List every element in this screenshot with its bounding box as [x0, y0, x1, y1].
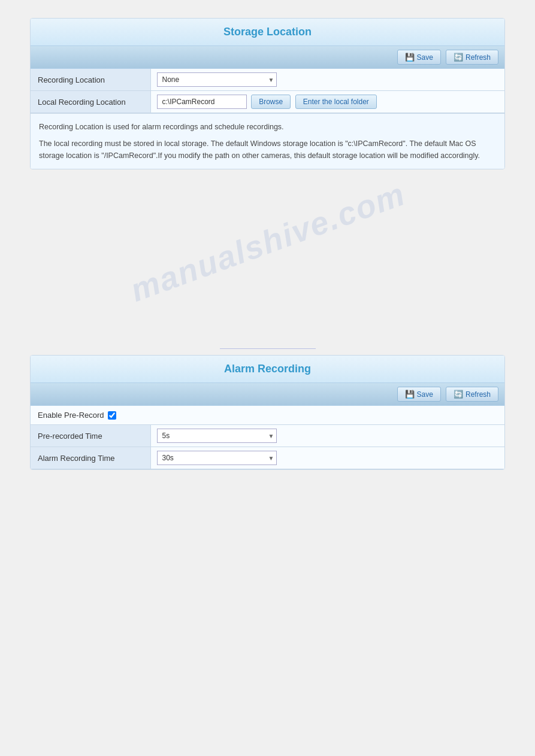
enable-pre-record-checkbox[interactable]: [108, 411, 116, 420]
recording-location-label: Recording Location: [31, 69, 150, 91]
alarm-recording-time-select-wrapper: 10s 15s 20s 25s 30s 60s ▼: [157, 451, 277, 465]
recording-location-select-wrapper: None SD Card FTP ▼: [157, 72, 277, 87]
table-row: Alarm Recording Time 10s 15s 20s 25s 30s…: [31, 447, 504, 469]
table-row: Pre-recorded Time 1s 2s 3s 4s 5s 10s: [31, 425, 504, 447]
local-recording-location-label: Local Recording Location: [31, 91, 150, 113]
local-recording-location-value: Browse Enter the local folder: [150, 91, 504, 113]
save-icon: 💾: [405, 53, 415, 62]
storage-table: Recording Location None SD Card FTP ▼: [31, 69, 504, 113]
storage-info: Recording Location is used for alarm rec…: [31, 113, 504, 169]
alarm-refresh-button[interactable]: 🔄 Refresh: [446, 387, 498, 402]
recording-location-value: None SD Card FTP ▼: [150, 69, 504, 91]
alarm-recording-title: Alarm Recording: [31, 356, 504, 383]
refresh-icon: 🔄: [454, 53, 463, 62]
enable-pre-record-label: Enable Pre-Record: [38, 411, 104, 420]
info-line-1: Recording Location is used for alarm rec…: [39, 121, 496, 133]
table-row: Local Recording Location Browse Enter th…: [31, 91, 504, 113]
enable-pre-record-row: Enable Pre-Record: [31, 406, 504, 425]
table-row: Recording Location None SD Card FTP ▼: [31, 69, 504, 91]
alarm-refresh-icon: 🔄: [454, 390, 463, 399]
alarm-recording-time-label: Alarm Recording Time: [31, 447, 150, 469]
storage-location-card: Storage Location 💾 Save 🔄 Refresh Record…: [30, 18, 505, 169]
pre-recorded-time-value: 1s 2s 3s 4s 5s 10s ▼: [150, 425, 504, 447]
alarm-save-label: Save: [417, 390, 433, 399]
storage-save-button[interactable]: 💾 Save: [397, 50, 441, 65]
alarm-toolbar: 💾 Save 🔄 Refresh: [31, 383, 504, 406]
alarm-recording-card: Alarm Recording 💾 Save 🔄 Refresh Enable …: [30, 355, 505, 470]
local-path-input[interactable]: [157, 95, 247, 109]
recording-location-select[interactable]: None SD Card FTP: [157, 72, 277, 87]
storage-toolbar: 💾 Save 🔄 Refresh: [31, 46, 504, 69]
alarm-refresh-label: Refresh: [466, 390, 491, 399]
storage-refresh-button[interactable]: 🔄 Refresh: [446, 50, 498, 65]
alarm-recording-time-select[interactable]: 10s 15s 20s 25s 30s 60s: [157, 451, 277, 465]
pre-recorded-time-select-wrapper: 1s 2s 3s 4s 5s 10s ▼: [157, 429, 277, 443]
pre-recorded-time-select[interactable]: 1s 2s 3s 4s 5s 10s: [157, 429, 277, 443]
watermark: manualshive.com: [125, 175, 410, 309]
alarm-save-button[interactable]: 💾 Save: [397, 387, 441, 402]
storage-save-label: Save: [417, 53, 433, 62]
enter-local-folder-button[interactable]: Enter the local folder: [295, 95, 377, 109]
alarm-recording-time-value: 10s 15s 20s 25s 30s 60s ▼: [150, 447, 504, 469]
storage-location-title: Storage Location: [31, 19, 504, 46]
alarm-save-icon: 💾: [405, 390, 415, 399]
browse-button[interactable]: Browse: [251, 95, 291, 109]
info-line-2: The local recording must be stored in lo…: [39, 138, 496, 162]
storage-refresh-label: Refresh: [466, 53, 491, 62]
spacer: manualshive.com: [30, 187, 505, 355]
pre-recorded-time-label: Pre-recorded Time: [31, 425, 150, 447]
alarm-table: Pre-recorded Time 1s 2s 3s 4s 5s 10s: [31, 425, 504, 469]
watermark-underline: [220, 348, 316, 349]
